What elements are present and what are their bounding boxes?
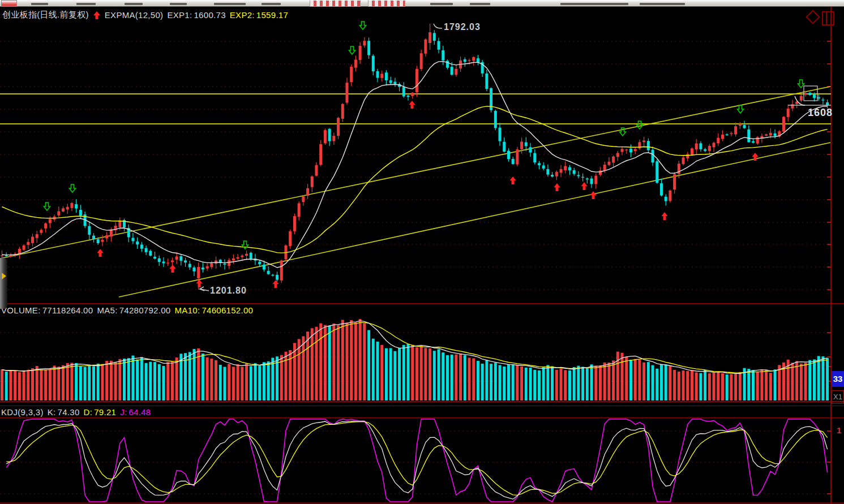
ma5-label: MA5: bbox=[97, 305, 117, 315]
indicator-label[interactable]: EXPMA(12,50) bbox=[105, 10, 164, 20]
buy-arrow-icon bbox=[554, 183, 560, 191]
k-readout: K:74.30 bbox=[48, 407, 80, 417]
sell-arrow-icon bbox=[70, 184, 76, 192]
sell-arrow-icon bbox=[637, 121, 643, 129]
d-readout: D:79.21 bbox=[84, 407, 117, 417]
main-chart-header: 创业板指(日线.前复权) EXPMA(12,50) EXP1:1600.73 E… bbox=[2, 10, 288, 20]
high-annotation: 1792.03 bbox=[444, 22, 481, 32]
buy-arrow-icon bbox=[581, 182, 588, 190]
exp2-readout: EXP2:1559.17 bbox=[230, 10, 288, 20]
low-annotation: 1201.80 bbox=[210, 286, 247, 296]
buy-arrow-icon bbox=[196, 279, 203, 287]
sell-arrow-icon bbox=[349, 46, 355, 54]
exp2-label: EXP2: bbox=[230, 10, 255, 20]
gridlines bbox=[0, 41, 826, 494]
volume-unit-badge[interactable]: X1 bbox=[832, 390, 844, 404]
chart-title[interactable]: 创业板指(日线.前复权) bbox=[2, 10, 89, 20]
sell-arrow-icon bbox=[44, 203, 50, 210]
right-axis bbox=[0, 7, 844, 504]
volume-readout: VOLUME:77118264.00 bbox=[1, 305, 93, 315]
kdj-label[interactable]: KDJ(9,3,3) bbox=[1, 407, 44, 417]
j-label: J: bbox=[120, 407, 127, 417]
buy-arrow-icon bbox=[510, 176, 516, 184]
trend-lines bbox=[0, 87, 831, 297]
sell-arrow-icon bbox=[738, 105, 744, 113]
d-value: 79.21 bbox=[94, 407, 116, 417]
last-price-label: 1608 bbox=[808, 107, 833, 119]
buy-arrow-icon bbox=[590, 191, 597, 199]
volume-header: VOLUME:77118264.00 MA5:74280792.00 MA10:… bbox=[1, 305, 253, 315]
ma10-readout: MA10:74606152.00 bbox=[175, 305, 254, 315]
j-value: 64.48 bbox=[128, 407, 151, 417]
d-label: D: bbox=[84, 407, 93, 417]
volume-value: 77118264.00 bbox=[42, 305, 93, 315]
ma10-value: 74606152.00 bbox=[202, 305, 253, 315]
buy-arrow-icon bbox=[273, 280, 279, 288]
up-arrow-icon bbox=[93, 11, 101, 20]
sell-arrow-icon bbox=[242, 241, 249, 249]
buy-arrow-icon bbox=[170, 265, 176, 273]
kdj-layer bbox=[6, 419, 827, 502]
sell-arrow-icon bbox=[360, 21, 366, 29]
window-split-icon[interactable] bbox=[822, 11, 834, 25]
kdj-header: KDJ(9,3,3) K:74.30 D:79.21 J:64.48 bbox=[1, 407, 151, 417]
chart-canvas[interactable] bbox=[0, 0, 844, 504]
buy-arrow-icon bbox=[662, 212, 668, 220]
exp1-value: 1600.73 bbox=[194, 10, 225, 20]
volume-label[interactable]: VOLUME: bbox=[1, 305, 41, 315]
volume-layer bbox=[1, 319, 829, 400]
trading-app-window: 创业板指(日线.前复权) EXPMA(12,50) EXP1:1600.73 E… bbox=[0, 0, 844, 504]
expand-arrow-icon bbox=[2, 273, 6, 279]
ma10-label: MA10: bbox=[175, 305, 200, 315]
buy-arrow-icon bbox=[409, 101, 415, 109]
ma5-readout: MA5:74280792.00 bbox=[97, 305, 170, 315]
candles-layer bbox=[1, 24, 829, 290]
panel-expander[interactable] bbox=[0, 258, 7, 309]
k-label: K: bbox=[48, 407, 56, 417]
exp1-readout: EXP1:1600.73 bbox=[167, 10, 225, 20]
buy-arrow-icon bbox=[97, 249, 104, 257]
ma5-value: 74280792.00 bbox=[119, 305, 171, 315]
kdj-axis-label: 1 bbox=[837, 425, 841, 435]
exp2-value: 1559.17 bbox=[256, 10, 288, 20]
exp1-label: EXP1: bbox=[167, 10, 192, 20]
k-value: 74.30 bbox=[57, 407, 79, 417]
volume-scale-badge: 33 bbox=[832, 371, 844, 387]
j-readout: J:64.48 bbox=[120, 407, 151, 417]
